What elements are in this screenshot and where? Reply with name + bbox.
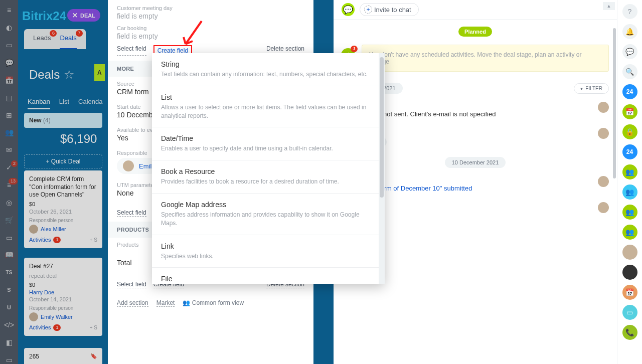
avatar[interactable]	[622, 245, 637, 260]
annotation-arrow	[181, 19, 205, 51]
search-icon[interactable]: 🔍	[622, 64, 637, 79]
select-field-link[interactable]: Select field	[117, 45, 146, 56]
common-form-link[interactable]: 👥 Common form view	[183, 299, 244, 307]
plus-icon[interactable]: +	[364, 6, 372, 14]
field-type-option[interactable]: ListAllows a user to select one or more …	[152, 86, 385, 128]
field-type-option[interactable]: LinkSpecifies web links.	[152, 235, 385, 268]
lock-icon[interactable]: 🔒	[622, 124, 637, 139]
group-icon[interactable]: 👥	[622, 164, 637, 179]
invite-to-chat[interactable]: +Invite to chat	[360, 3, 419, 16]
select-field-link[interactable]: Select field	[117, 281, 146, 288]
avatar	[598, 128, 609, 139]
group-icon[interactable]: 👥	[622, 225, 637, 240]
field-type-option[interactable]: Book a ResourceProvides facilities to bo…	[152, 160, 385, 194]
field-type-dropdown: StringText fields can contain any inform…	[152, 53, 385, 284]
market-link[interactable]: Market	[156, 299, 175, 307]
calendar-icon[interactable]: 📅	[622, 104, 637, 119]
scrollbar[interactable]	[613, 28, 617, 349]
filter-button[interactable]: ▾FILTER	[574, 83, 609, 94]
date-pill: 10 December 2021	[445, 157, 506, 168]
chat-icon[interactable]: 💬	[342, 3, 355, 16]
field-type-option[interactable]: StringText fields can contain any inform…	[152, 53, 385, 86]
scrollbar[interactable]	[379, 53, 385, 284]
help-icon[interactable]: ?	[622, 4, 637, 19]
field-type-option[interactable]: Google Map addressSpecifies address info…	[152, 194, 385, 235]
avatar[interactable]	[622, 265, 637, 280]
avatar	[598, 102, 609, 113]
add-section-link[interactable]: Add section	[117, 299, 148, 307]
group-icon[interactable]: 👥	[622, 205, 637, 220]
select-field-link[interactable]: Select field	[117, 209, 146, 217]
avatar	[598, 176, 609, 187]
chevron-down-icon[interactable]: ⌄	[258, 278, 278, 284]
avatar	[598, 202, 609, 213]
planned-badge: Planned	[458, 27, 492, 37]
activity-alert: i1 You don't have any scheduled activiti…	[362, 45, 609, 72]
chat-icon[interactable]: 💬	[622, 44, 637, 59]
group-icon[interactable]: 👥	[622, 185, 637, 200]
scroll-up-icon[interactable]: ▲	[603, 2, 615, 10]
phone-icon[interactable]: 📞	[622, 325, 637, 340]
avatar	[123, 160, 134, 171]
field-type-option[interactable]: Date/TimeEnables a user to specify date …	[152, 127, 385, 160]
b24-icon[interactable]: 24	[622, 144, 637, 159]
right-rail: ? 🔔 💬 🔍 24 📅 🔒 24 👥 👥 👥 👥 📅 ▭ 📞	[617, 0, 642, 364]
calendar-icon[interactable]: 📅	[622, 285, 637, 300]
bell-icon[interactable]: 🔔	[622, 24, 637, 39]
app-icon[interactable]: ▭	[622, 305, 637, 320]
funnel-icon: ▾	[580, 86, 583, 91]
b24-icon[interactable]: 24	[622, 84, 637, 99]
